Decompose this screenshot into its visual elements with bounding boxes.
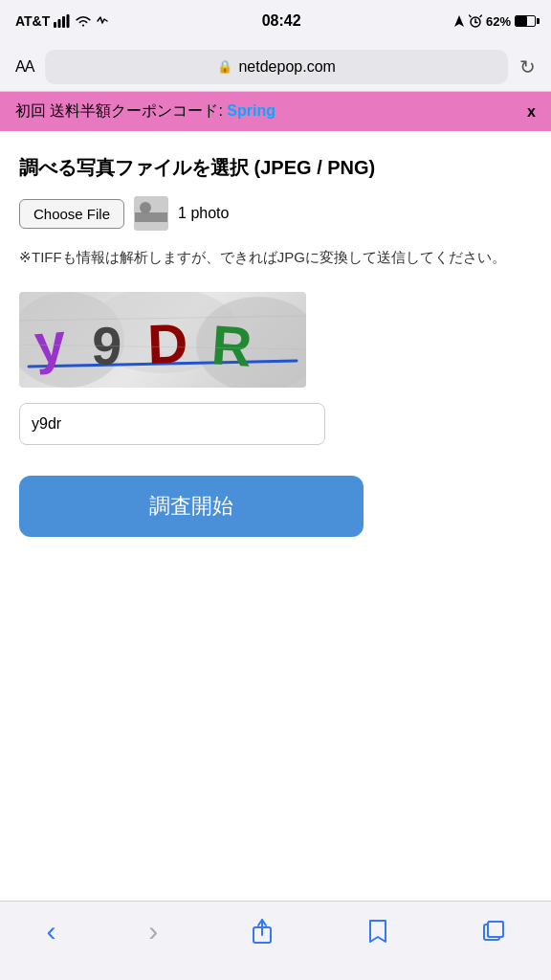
status-bar: AT&T 08:42 62% <box>0 0 551 42</box>
note-text: ※TIFFも情報は解析しますが、できればJPGに変換して送信してください。 <box>19 246 532 269</box>
banner-text: 初回 送料半額クーポンコード: Spring <box>15 101 276 122</box>
choose-file-button[interactable]: Choose File <box>19 199 124 229</box>
page-content: 調べる写真ファイルを選択 (JPEG / PNG) Choose File 1 … <box>0 131 551 901</box>
photo-count: 1 photo <box>178 205 229 222</box>
promo-banner: 初回 送料半額クーポンコード: Spring x <box>0 92 551 131</box>
svg-line-7 <box>469 15 471 17</box>
svg-text:R: R <box>209 313 253 378</box>
url-text: netdepop.com <box>238 58 335 76</box>
banner-close-button[interactable]: x <box>527 103 536 121</box>
captcha-image: y 9 D R <box>19 292 306 388</box>
captcha-svg: y 9 D R <box>19 292 306 388</box>
svg-text:D: D <box>146 312 188 375</box>
status-right: 62% <box>453 14 536 29</box>
back-button[interactable]: ‹ <box>38 907 63 955</box>
back-icon: ‹ <box>46 915 55 947</box>
bookmarks-icon <box>366 919 389 944</box>
alarm-icon <box>469 14 482 28</box>
captcha-input[interactable] <box>19 403 325 445</box>
signal-icon <box>54 14 71 28</box>
svg-rect-2 <box>62 16 65 28</box>
tabs-button[interactable] <box>474 912 513 950</box>
tabs-icon <box>482 920 505 943</box>
svg-rect-3 <box>67 14 70 28</box>
status-time: 08:42 <box>262 12 301 30</box>
location-icon <box>453 14 465 28</box>
share-button[interactable] <box>243 910 281 952</box>
forward-icon: › <box>148 915 158 947</box>
carrier-text: AT&T <box>15 13 50 29</box>
svg-rect-24 <box>488 922 503 937</box>
battery-percentage: 62% <box>486 14 511 29</box>
photo-thumbnail <box>134 196 168 231</box>
section-title: 調べる写真ファイルを選択 (JPEG / PNG) <box>19 154 532 181</box>
svg-rect-0 <box>54 22 56 28</box>
file-select-row: Choose File 1 photo <box>19 196 532 231</box>
banner-highlight: Spring <box>227 102 276 119</box>
svg-line-8 <box>480 15 482 17</box>
url-bar[interactable]: 🔒 netdepop.com <box>45 50 508 84</box>
browser-bar: AA 🔒 netdepop.com ↻ <box>0 42 551 92</box>
reload-button[interactable]: ↻ <box>519 56 536 78</box>
bottom-nav: ‹ › <box>0 901 551 980</box>
share-icon <box>251 918 274 945</box>
status-left: AT&T <box>15 13 109 29</box>
forward-button[interactable]: › <box>141 907 165 955</box>
lock-icon: 🔒 <box>217 59 232 74</box>
svg-rect-1 <box>58 19 61 28</box>
bookmarks-button[interactable] <box>359 911 397 951</box>
activity-icon <box>96 14 109 28</box>
submit-button[interactable]: 調査開始 <box>19 476 364 537</box>
browser-aa-button[interactable]: AA <box>15 58 33 76</box>
battery-icon <box>515 15 536 27</box>
wifi-icon <box>75 14 92 28</box>
